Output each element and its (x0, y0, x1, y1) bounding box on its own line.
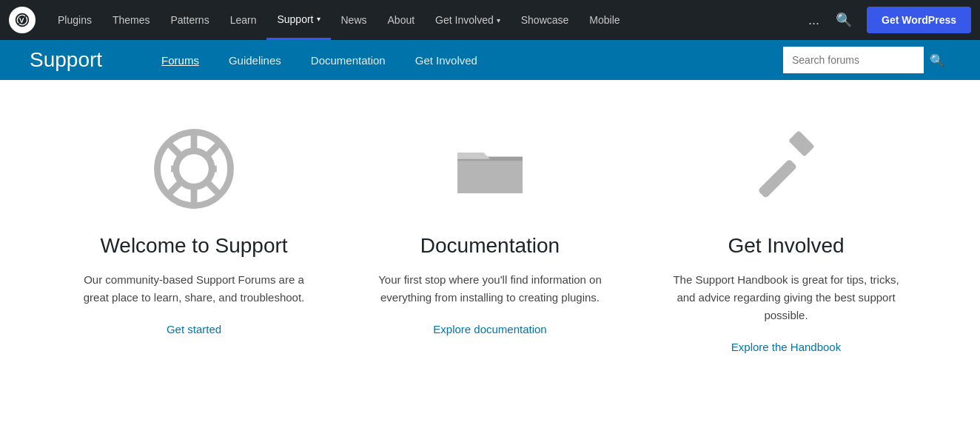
svg-line-8 (208, 143, 221, 156)
nav-showcase[interactable]: Showcase (511, 0, 580, 40)
nav-support[interactable]: Support ▾ (266, 0, 330, 40)
top-navigation: Plugins Themes Patterns Learn Support ▾ … (0, 0, 980, 40)
svg-line-6 (168, 143, 181, 156)
svg-rect-10 (788, 130, 815, 157)
feature-link-support[interactable]: Get started (167, 323, 221, 335)
svg-rect-11 (758, 158, 798, 198)
lifesaver-icon (150, 124, 238, 213)
feature-card-support: Welcome to Support Our community-based S… (46, 124, 342, 353)
nav-plugins[interactable]: Plugins (47, 0, 102, 40)
support-nav: Forums Guidelines Documentation Get Invo… (147, 40, 783, 80)
feature-desc-documentation: Your first stop where you'll find inform… (372, 271, 608, 307)
support-nav-forums[interactable]: Forums (147, 40, 214, 80)
support-dropdown-arrow: ▾ (317, 15, 320, 23)
svg-line-7 (208, 183, 221, 196)
get-wordpress-button[interactable]: Get WordPress (867, 7, 971, 33)
svg-point-1 (176, 151, 212, 187)
feature-card-documentation: Documentation Your first stop where you'… (342, 124, 638, 353)
feature-title-documentation: Documentation (420, 234, 560, 258)
support-nav-get-involved[interactable]: Get Involved (400, 40, 492, 80)
feature-desc-get-involved: The Support Handbook is great for tips, … (668, 271, 905, 324)
nav-learn[interactable]: Learn (220, 0, 267, 40)
folder-icon (446, 124, 534, 213)
search-button[interactable]: 🔍 (924, 47, 950, 73)
svg-line-9 (168, 183, 181, 196)
feature-link-documentation[interactable]: Explore documentation (433, 323, 546, 335)
feature-title-support: Welcome to Support (100, 234, 287, 258)
nav-mobile[interactable]: Mobile (579, 0, 630, 40)
support-title: Support (30, 48, 102, 72)
search-area: 🔍 (783, 47, 950, 73)
feature-card-get-involved: Get Involved The Support Handbook is gre… (638, 124, 934, 353)
get-involved-dropdown-arrow: ▾ (497, 16, 500, 24)
hammer-icon (742, 124, 830, 213)
nav-get-involved[interactable]: Get Involved ▾ (425, 0, 511, 40)
support-nav-guidelines[interactable]: Guidelines (214, 40, 296, 80)
nav-more[interactable]: ... (801, 0, 827, 40)
nav-links: Plugins Themes Patterns Learn Support ▾ … (47, 0, 801, 40)
feature-title-get-involved: Get Involved (728, 234, 844, 258)
nav-patterns[interactable]: Patterns (161, 0, 220, 40)
nav-themes[interactable]: Themes (102, 0, 161, 40)
nav-news[interactable]: News (331, 0, 377, 40)
feature-desc-support: Our community-based Support Forums are a… (75, 271, 312, 307)
support-nav-documentation[interactable]: Documentation (296, 40, 400, 80)
search-input[interactable] (783, 47, 924, 73)
nav-about[interactable]: About (377, 0, 426, 40)
wordpress-logo[interactable] (9, 7, 36, 33)
main-content: Welcome to Support Our community-based S… (0, 80, 980, 412)
support-bar: Support Forums Guidelines Documentation … (0, 40, 980, 80)
feature-link-get-involved[interactable]: Explore the Handbook (731, 341, 841, 353)
nav-search-icon[interactable]: 🔍 (827, 0, 861, 40)
